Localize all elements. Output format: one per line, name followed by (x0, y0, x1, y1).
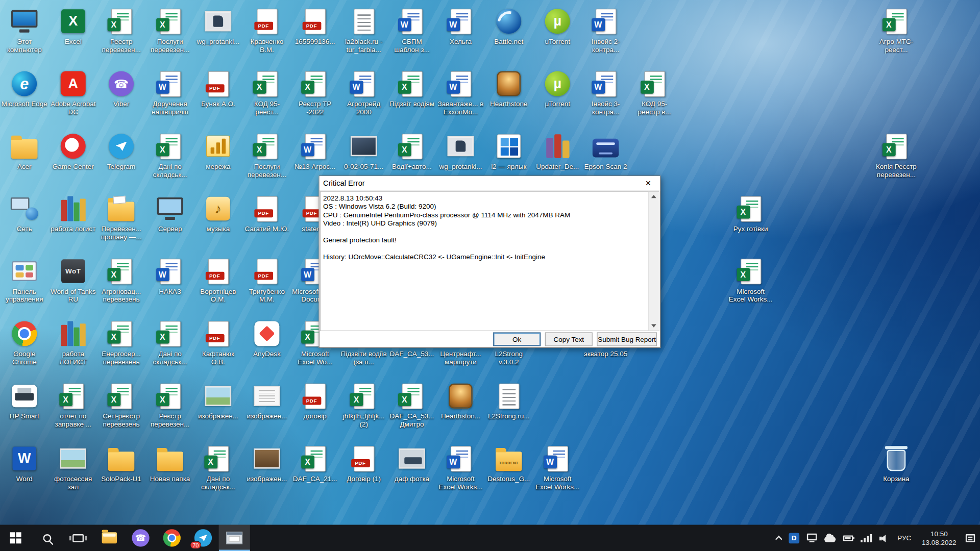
desktop-icon[interactable]: XСеті-реєстр перевезень (97, 381, 145, 429)
desktop-icon[interactable]: WІнвойс 2-контра... (582, 6, 629, 54)
desktop-icon[interactable]: W№13 Агрос... (291, 131, 339, 170)
scroll-up-icon[interactable] (649, 192, 659, 201)
desktop-icon[interactable]: PDFСагатий М.Ю. (243, 194, 290, 233)
battery[interactable] (839, 525, 856, 551)
desktop-icon[interactable]: WMicrosoft Excel Works... (534, 443, 581, 491)
scroll-down-icon[interactable] (649, 321, 659, 330)
desktop-icon[interactable]: la2black.ru - tur_farbia... (340, 6, 387, 54)
language-indicator[interactable]: РУС (892, 525, 916, 551)
desktop-icon[interactable]: WMicrosoft Excel Works... (437, 443, 484, 491)
viber-button[interactable]: ☎ (125, 525, 156, 551)
desktop-icon[interactable]: ♪музыка (194, 194, 242, 233)
desktop-icon[interactable]: Game Center (50, 131, 97, 170)
desktop-icon[interactable]: XКопія Реєстр перевезен... (872, 131, 920, 179)
desktop-icon[interactable]: Панель управления (1, 256, 48, 304)
desktop-icon[interactable]: Сеть (1, 194, 48, 233)
dialog-titlebar[interactable]: Critical Error × (320, 176, 660, 190)
dialog-scrollbar[interactable] (648, 192, 659, 331)
desktop-icon[interactable]: WАгротрейд 2000 (340, 69, 387, 116)
start-button[interactable] (0, 525, 31, 551)
desktop-icon[interactable]: WoTWorld of Tanks RU (50, 256, 97, 304)
desktop-icon[interactable]: 0-02-05-71... (340, 131, 387, 170)
desktop-icon[interactable]: Сервер (146, 194, 194, 233)
second-display[interactable] (803, 525, 820, 551)
desktop-icon[interactable]: AnyDesk (243, 318, 290, 358)
desktop-icon[interactable]: работа ЛОГИСТ (50, 318, 97, 366)
file-explorer-button[interactable] (94, 525, 125, 551)
desktop-icon[interactable]: WWord (1, 443, 48, 483)
desktop-icon[interactable]: WЗавантаже... в ExxonMo... (437, 69, 484, 116)
desktop-icon[interactable]: PDFТригубенко М.М. (243, 256, 290, 304)
desktop-icon[interactable]: Перевезен... пропану —... (97, 194, 145, 241)
desktop-icon[interactable]: XПослуги перевезен... (146, 6, 194, 54)
desktop-icon[interactable]: Xjhfkjfh,;fjhfjk... (2) (340, 381, 387, 429)
desktop-icon[interactable]: изображен... (194, 381, 242, 420)
desktop-icon[interactable]: Telegram (97, 131, 145, 170)
desktop-icon[interactable]: XКОД 95-реестр в... (631, 69, 678, 116)
desktop-icon[interactable]: Этот компьютер (1, 6, 48, 54)
desktop-icon[interactable]: Battle.net (485, 6, 532, 45)
desktop-icon[interactable]: XДані по складськ... (146, 131, 194, 179)
desktop-icon[interactable]: Hearthston... (437, 381, 484, 420)
desktop-icon[interactable]: изображен... (243, 381, 290, 420)
desktop-icon[interactable]: AAdobe Acrobat DC (50, 69, 97, 116)
desktop-icon[interactable]: XExcel (50, 6, 97, 45)
desktop-icon[interactable]: PDF165599136... (291, 6, 339, 45)
desktop-icon[interactable]: µµTorrent (534, 69, 581, 108)
desktop-icon[interactable]: XДані по складськ... (194, 443, 242, 491)
desktop-icon[interactable]: даф фотка (388, 443, 435, 483)
desktop-icon[interactable]: Xотчет по заправке ... (50, 381, 97, 429)
desktop-icon[interactable]: XПослуги перевезен... (243, 131, 290, 179)
desktop-icon[interactable]: WДоручення напівпричіп (146, 69, 194, 116)
desktop-icon[interactable]: Acer (1, 131, 48, 170)
desktop-icon[interactable]: WІнвойс 3-контра... (582, 69, 629, 116)
desktop-icon[interactable]: HP Smart (1, 381, 48, 420)
display-manager[interactable]: D (785, 525, 803, 551)
onedrive[interactable] (821, 525, 840, 551)
copy-text-button[interactable]: Copy Text (545, 332, 593, 346)
desktop-icon[interactable]: XMicrosoft Excel Works... (727, 256, 774, 304)
desktop-icon[interactable]: PDFдоговір (291, 381, 339, 420)
close-icon[interactable]: × (640, 176, 656, 190)
desktop-icon[interactable]: XЕнергосер... перевезень (97, 318, 145, 366)
desktop-icon[interactable]: WСБПМ шаблон з... (388, 6, 435, 54)
chrome-button[interactable] (156, 525, 187, 551)
desktop-icon[interactable]: XDAF_CA_21... (291, 443, 339, 483)
desktop-icon[interactable]: XРеєстр ТР -2022 (291, 69, 339, 116)
desktop-icon[interactable]: XРух готівки (727, 194, 774, 233)
desktop-icon[interactable]: XРеестр перевезен... (97, 6, 145, 54)
desktop-icon[interactable]: wg_protanki... (437, 131, 484, 170)
desktop-icon[interactable]: µuTorrent (534, 6, 581, 45)
desktop-icon[interactable]: eMicrosoft Edge (1, 69, 48, 108)
desktop-icon[interactable]: XКОД 95-реест... (243, 69, 290, 116)
desktop-icon[interactable]: XDAF_CA_53... Дмитро (388, 381, 435, 429)
search-button[interactable] (31, 525, 62, 551)
desktop-icon[interactable]: WНАКАЗ (146, 256, 194, 295)
active-window-button[interactable] (219, 525, 250, 551)
desktop-icon[interactable]: L2Strong.ru... (485, 381, 532, 420)
desktop-icon[interactable]: Hearthstone (485, 69, 532, 108)
desktop-icon[interactable]: мережа (194, 131, 242, 170)
submit-bug-report-button[interactable]: Submit Bug Report (597, 332, 657, 346)
desktop-icon[interactable]: XВодії+авто... (388, 131, 435, 170)
desktop-icon[interactable]: Корзина (872, 443, 920, 483)
task-view-button[interactable] (62, 525, 93, 551)
desktop-icon[interactable]: изображен... (243, 443, 290, 483)
desktop-icon[interactable]: ☎Viber (97, 69, 145, 108)
desktop-icon[interactable]: PDFКравченко В.М. (243, 6, 290, 54)
desktop-icon[interactable]: XДані по складськ... (146, 318, 194, 366)
desktop-icon[interactable]: WХельга (437, 6, 484, 45)
desktop-icon[interactable]: wg_protanki... (194, 6, 242, 45)
desktop-icon[interactable]: фотосессия зал (50, 443, 97, 491)
desktop-icon[interactable]: PDFВоротніцев О.М. (194, 256, 242, 304)
desktop-icon[interactable]: XРеєстр перевезен... (146, 381, 194, 429)
desktop-icon[interactable]: XПідзвіт водіям (388, 69, 435, 108)
desktop-icon[interactable]: Epson Scan 2 (582, 131, 629, 170)
desktop-icon[interactable]: PDFБуняк А.О. (194, 69, 242, 108)
desktop-icon[interactable]: PDFДоговір (1) (340, 443, 387, 483)
desktop-icon[interactable]: l2 — ярлык (485, 131, 532, 170)
desktop-icon[interactable]: Google Chrome (1, 318, 48, 366)
action-center-button[interactable] (962, 525, 979, 551)
desktop-icon[interactable]: XАгро МТС-реест... (872, 6, 920, 54)
desktop-icon[interactable]: XАгроновац... перевезень (97, 256, 145, 304)
